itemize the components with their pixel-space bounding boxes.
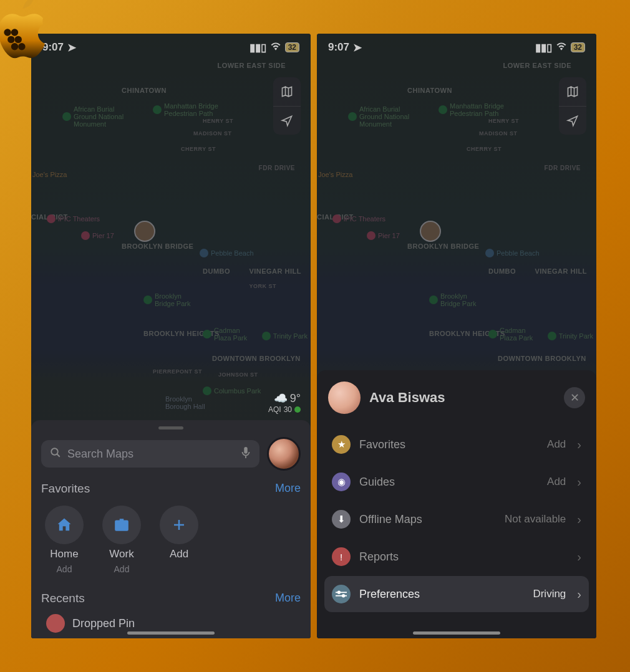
user-location-pin[interactable] [134, 221, 155, 242]
close-icon: ✕ [570, 391, 579, 405]
battery-icon: 32 [285, 42, 299, 52]
alert-icon: ! [332, 547, 351, 566]
poi-theater[interactable]: iPIC Theaters [47, 214, 100, 223]
map-mode-button[interactable] [273, 77, 301, 106]
recents-more-link[interactable]: More [275, 592, 301, 605]
plus-icon [160, 506, 198, 544]
search-input[interactable]: Search Maps [41, 440, 259, 468]
svg-rect-7 [244, 446, 247, 453]
sheet-handle[interactable] [158, 426, 183, 430]
svg-point-3 [15, 36, 22, 43]
map-area-label: VINEGAR HILL [249, 267, 301, 275]
map-street-label: YORK ST [249, 283, 276, 289]
pin-icon [46, 614, 65, 633]
map-street-label: CHERRY ST [181, 146, 216, 152]
aqi-status-dot [294, 406, 301, 413]
svg-point-4 [11, 43, 18, 50]
map-street-label: PIERREPONT ST [153, 368, 202, 375]
chevron-right-icon: › [577, 438, 581, 452]
favorites-more-link[interactable]: More [275, 482, 301, 496]
close-button[interactable]: ✕ [564, 387, 585, 408]
chevron-right-icon: › [577, 475, 581, 489]
svg-point-2 [7, 36, 14, 43]
user-location-pin[interactable] [420, 221, 441, 242]
home-icon [45, 506, 84, 544]
map-controls [559, 77, 586, 135]
locate-me-button[interactable] [273, 106, 301, 135]
profile-avatar-button[interactable] [267, 437, 301, 471]
map-mode-button[interactable] [559, 77, 586, 106]
home-indicator[interactable] [127, 631, 215, 635]
map-area-label: CHINATOWN [122, 87, 167, 94]
map-area-label: CHINATOWN [407, 87, 452, 94]
map-area-label: DUMBO [203, 267, 230, 275]
map-area-label: BROOKLYN BRIDGE [122, 242, 193, 250]
favorites-header: Favorites More [41, 482, 301, 496]
chevron-right-icon: › [577, 550, 581, 564]
location-services-icon: ➤ [67, 41, 76, 54]
map-area-label: LOWER EAST SIDE [217, 62, 286, 69]
recent-item[interactable]: Dropped Pin [41, 614, 301, 633]
svg-point-5 [18, 43, 25, 50]
mic-icon[interactable] [241, 446, 251, 462]
menu-guides[interactable]: ◉ Guides Add › [324, 464, 589, 500]
locate-me-button[interactable] [559, 106, 586, 135]
poi-monument[interactable]: African Burial Ground National Monument [62, 105, 124, 128]
poi-pier[interactable]: Pier 17 [81, 231, 114, 240]
favorite-home[interactable]: Home Add [45, 506, 84, 574]
menu-preferences[interactable]: Preferences Driving › [324, 576, 589, 612]
map-area-label: LOWER EAST SIDE [503, 62, 571, 69]
status-time: 9:07 [328, 41, 349, 54]
star-icon: ★ [332, 435, 351, 454]
svg-point-6 [51, 448, 58, 455]
map-controls [273, 77, 301, 135]
status-bar: 9:07 ➤ ▮▮▯ 32 [31, 34, 311, 61]
menu-favorites[interactable]: ★ Favorites Add › [324, 426, 589, 463]
wifi-icon [556, 41, 567, 54]
poi-park[interactable]: Columbus Park [203, 386, 261, 395]
search-icon [50, 447, 61, 461]
profile-sheet[interactable]: Ava Biswas ✕ ★ Favorites Add › ◉ Guides … [317, 370, 596, 638]
poi-path[interactable]: Manhattan Bridge Pedestrian Path [153, 102, 218, 117]
map-street-label: MADISON ST [193, 130, 232, 137]
chevron-right-icon: › [577, 512, 581, 527]
home-indicator[interactable] [413, 631, 500, 635]
menu-reports[interactable]: ! Reports › [324, 539, 589, 575]
profile-menu-list: ★ Favorites Add › ◉ Guides Add › ⬇ Offli… [317, 426, 596, 612]
location-services-icon: ➤ [353, 41, 362, 54]
briefcase-icon [102, 506, 141, 544]
map-street-label: JOHNSON ST [218, 372, 258, 378]
cloud-icon: ☁️ [274, 391, 288, 405]
poi-park[interactable]: Brooklyn Bridge Park [143, 292, 190, 307]
poi-beach[interactable]: Pebble Beach [200, 249, 254, 257]
wifi-icon [270, 41, 281, 54]
battery-icon: 32 [571, 42, 585, 52]
download-icon: ⬇ [332, 510, 351, 529]
cellular-icon: ▮▮▯ [535, 41, 552, 54]
menu-offline-maps[interactable]: ⬇ Offline Maps Not available › [324, 501, 589, 537]
weather-widget[interactable]: ☁️9° AQI 30 [268, 391, 301, 414]
site-logo [0, 0, 56, 62]
poi-park[interactable]: Trinity Park [262, 332, 308, 340]
poi-building[interactable]: Brooklyn Borough Hall [165, 395, 205, 410]
cellular-icon: ▮▮▯ [250, 41, 266, 54]
map-street-label: FDR DRIVE [259, 165, 295, 171]
favorite-add[interactable]: Add [160, 506, 198, 574]
poi-restaurant[interactable]: Joe's Pizza [32, 171, 67, 178]
chevron-right-icon: › [577, 587, 581, 602]
poi-park[interactable]: Cadman Plaza Park [203, 327, 247, 342]
favorite-work[interactable]: Work Add [102, 506, 141, 574]
screenshot-left: LOWER EAST SIDE CHINATOWN MADISON ST HEN… [31, 34, 311, 638]
search-sheet[interactable]: Search Maps Favorites More Home Add [31, 420, 311, 638]
profile-avatar[interactable] [328, 382, 361, 414]
svg-point-0 [4, 29, 11, 36]
svg-point-1 [11, 29, 18, 36]
guides-icon: ◉ [332, 473, 351, 491]
status-bar: 9:07 ➤ ▮▮▯ 32 [317, 34, 596, 61]
map-street-label: HENRY ST [203, 118, 233, 124]
search-placeholder: Search Maps [67, 448, 133, 461]
screenshot-right: LOWER EAST SIDE CHINATOWN MADISON ST HEN… [317, 34, 596, 638]
settings-icon [332, 585, 351, 603]
map-area-label: DOWNTOWN BROOKLYN [212, 355, 301, 362]
recents-header: Recents More [41, 592, 301, 605]
